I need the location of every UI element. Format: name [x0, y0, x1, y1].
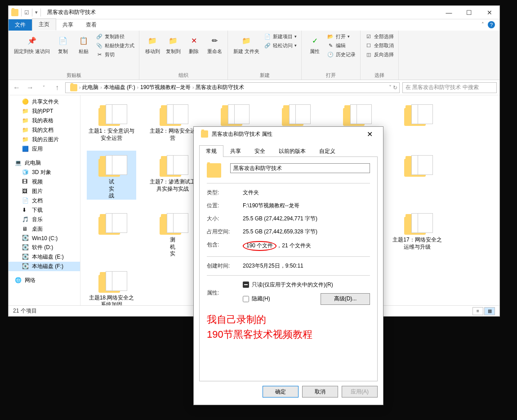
tree-item[interactable]: 💽本地磁盘 (F:): [9, 262, 80, 271]
folder-icon: [70, 84, 77, 91]
edit-button[interactable]: ✎编辑: [326, 41, 357, 49]
titlebar[interactable]: ☑ ▾ 黑客攻击和防守技术 ― ☐ ✕: [9, 6, 499, 19]
dialog-close-button[interactable]: ✕: [361, 128, 379, 140]
tab-sharing[interactable]: 共享: [223, 145, 248, 157]
search-input[interactable]: 在 黑客攻击和防守技术 中搜索: [402, 82, 497, 93]
cancel-button[interactable]: 取消: [302, 386, 338, 398]
tree-item[interactable]: ⬇下载: [9, 206, 80, 215]
help-icon[interactable]: ?: [488, 21, 495, 28]
tree-item[interactable]: 🖼图片: [9, 187, 80, 196]
tree-item[interactable]: 🧊3D 对象: [9, 168, 80, 177]
quick-access-save-icon[interactable]: ☑: [24, 9, 29, 16]
folder-icon: [276, 100, 314, 126]
nav-tree[interactable]: 🟡共享文件夹📁我的PPT📁我的表格📁我的文档📁我的云图片🟦应用💻此电脑🧊3D 对…: [9, 95, 80, 305]
folder-label: 主题17：网络安全之运维与升级: [392, 237, 442, 250]
tab-view[interactable]: 查看: [80, 19, 103, 31]
apply-button[interactable]: 应用(A): [342, 386, 378, 398]
tree-item[interactable]: 🟦应用: [9, 144, 80, 154]
pin-button[interactable]: 📌固定到快 速访问: [12, 32, 52, 55]
tree-item[interactable]: 📁我的PPT: [9, 107, 80, 116]
new-folder-button[interactable]: 📁新建 文件夹: [232, 32, 261, 55]
folder-item[interactable]: 测机实: [148, 209, 197, 258]
readonly-checkbox[interactable]: [243, 281, 249, 288]
crumb-course[interactable]: 190节视频教程--龙哥: [138, 84, 192, 91]
folder-item[interactable]: 主题18.网络安全之系统加固: [87, 267, 136, 305]
prop-type: 文件夹: [243, 189, 370, 197]
tree-item[interactable]: 🖥桌面: [9, 224, 80, 234]
tab-customize[interactable]: 自定义: [312, 145, 342, 157]
tab-share[interactable]: 共享: [56, 19, 80, 31]
minimize-button[interactable]: ―: [439, 6, 459, 19]
dialog-titlebar[interactable]: 黑客攻击和防守技术 属性 ✕: [194, 127, 383, 141]
folder-item[interactable]: [392, 151, 442, 200]
crumb-this-pc[interactable]: 此电脑: [80, 84, 100, 91]
tree-item[interactable]: 🎞视频: [9, 177, 80, 187]
properties-button[interactable]: ✓属性: [305, 32, 324, 55]
tree-item[interactable]: 📄文档: [9, 196, 80, 206]
nav-up-button[interactable]: ↑: [52, 82, 62, 93]
breadcrumb[interactable]: › 此电脑› 本地磁盘 (F:)› 190节视频教程--龙哥› 黑客攻击和防守技…: [65, 82, 400, 93]
folder-icon: [398, 209, 437, 235]
folder-item[interactable]: 主题2：网络安全运营: [148, 100, 197, 142]
select-all-button[interactable]: ☑全部选择: [364, 32, 395, 40]
view-icons-button[interactable]: ▦: [484, 307, 495, 315]
tab-general[interactable]: 常规: [199, 145, 223, 157]
nav-history-button[interactable]: ˅: [38, 82, 49, 93]
tree-item[interactable]: 💻此电脑: [9, 158, 80, 168]
tree-item[interactable]: 💽本地磁盘 (E:): [9, 252, 80, 262]
tree-item[interactable]: 🎵音乐: [9, 215, 80, 224]
ok-button[interactable]: 确定: [263, 386, 299, 398]
share-icon: 🟡: [22, 98, 29, 106]
download-icon: ⬇: [22, 207, 29, 214]
new-item-button[interactable]: 📄新建项目 ▾: [263, 32, 298, 40]
delete-button[interactable]: ✕删除: [184, 32, 203, 55]
nav-back-button[interactable]: ←: [11, 82, 22, 93]
folder-item[interactable]: 试实战: [87, 151, 136, 200]
folder-item[interactable]: 主题17：网络安全之运维与升级: [392, 209, 442, 258]
folder-item[interactable]: [392, 100, 442, 142]
tree-item[interactable]: 💽软件 (D:): [9, 243, 80, 252]
open-button[interactable]: 📂打开 ▾: [326, 32, 357, 40]
properties-tabs: 常规 共享 安全 以前的版本 自定义: [199, 145, 378, 157]
cut-button[interactable]: ✂剪切: [95, 50, 135, 58]
folder-name-input[interactable]: [230, 163, 370, 173]
folder-item[interactable]: 主题7：渗透测试工具实操与实战: [148, 151, 197, 200]
prop-size: 25.5 GB (27,442,294,771 字节): [243, 215, 370, 223]
tree-item[interactable]: 🌐网络: [9, 276, 80, 285]
folder-icon: [92, 100, 131, 126]
folder-item[interactable]: [87, 209, 136, 258]
tree-item[interactable]: 🟡共享文件夹: [9, 97, 80, 107]
paste-shortcut-button[interactable]: 📎粘贴快捷方式: [95, 41, 135, 49]
advanced-button[interactable]: 高级(D)...: [321, 293, 370, 305]
close-button[interactable]: ✕: [479, 6, 499, 19]
crumb-disk-f[interactable]: 本地磁盘 (F:): [102, 84, 137, 91]
move-to-button[interactable]: 📁移动到: [143, 32, 162, 55]
view-details-button[interactable]: ≡: [472, 307, 483, 315]
tab-home[interactable]: 主页: [32, 18, 56, 31]
address-bar: ← → ˅ ↑ › 此电脑› 本地磁盘 (F:)› 190节视频教程--龙哥› …: [9, 80, 499, 95]
history-button[interactable]: 🕑历史记录: [326, 50, 357, 58]
copy-path-button[interactable]: 🔗复制路径: [95, 32, 135, 40]
easy-access-button[interactable]: 🔗轻松访问 ▾: [263, 41, 298, 49]
rename-button[interactable]: ✏重命名: [205, 32, 224, 55]
nav-forward-button[interactable]: →: [25, 82, 36, 93]
tree-item[interactable]: 💽Win10 (C:): [9, 234, 80, 243]
tree-item[interactable]: 📁我的云图片: [9, 135, 80, 144]
tab-previous[interactable]: 以前的版本: [272, 145, 312, 157]
tree-item[interactable]: 📁我的文档: [9, 125, 80, 135]
tree-item[interactable]: 📁我的表格: [9, 116, 80, 125]
ribbon-collapse-icon[interactable]: ˄: [481, 22, 484, 27]
crumb-current[interactable]: 黑客攻击和防守技术: [194, 84, 246, 91]
paste-button[interactable]: 📋粘贴: [74, 32, 93, 55]
copy-button[interactable]: 📄复制: [53, 32, 72, 55]
tab-security[interactable]: 安全: [248, 145, 272, 157]
tab-file[interactable]: 文件: [9, 19, 32, 31]
maximize-button[interactable]: ☐: [459, 6, 479, 19]
window-title: 黑客攻击和防守技术: [44, 9, 96, 16]
copy-to-button[interactable]: 📁复制到: [164, 32, 183, 55]
hidden-checkbox[interactable]: [243, 296, 249, 302]
folder-item[interactable]: 主题1：安全意识与安全运营: [87, 100, 136, 142]
select-none-button[interactable]: ☐全部取消: [364, 41, 395, 49]
prop-created: 2023年5月25日，9:50:11: [243, 262, 370, 270]
invert-selection-button[interactable]: ◫反向选择: [364, 50, 395, 58]
